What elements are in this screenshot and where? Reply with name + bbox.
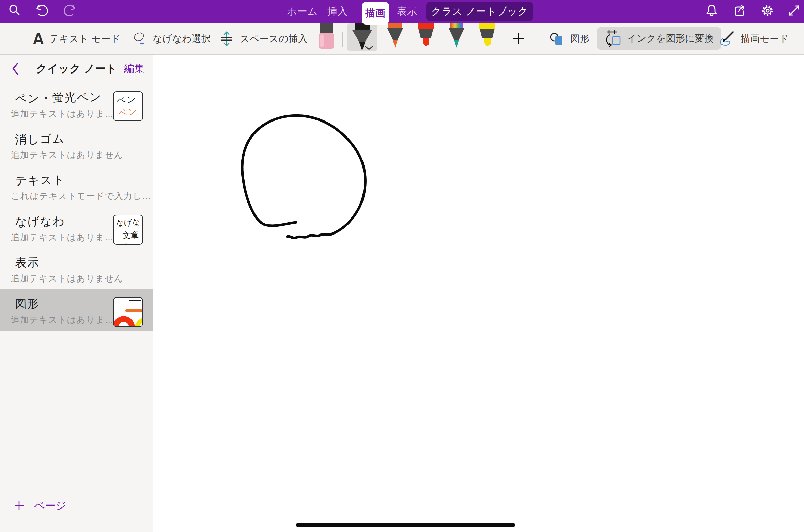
thumbnail-ink-text: ペン: [117, 105, 139, 119]
orange-pen-tool[interactable]: [384, 23, 406, 49]
insert-space-button[interactable]: スペースの挿入: [219, 23, 308, 54]
page-thumbnail: [113, 297, 143, 327]
shapes-label: 図形: [570, 32, 589, 45]
plus-icon: [511, 31, 526, 46]
chevron-down-icon: [365, 46, 373, 50]
search-button[interactable]: [7, 3, 21, 18]
page-title: 消しゴム: [15, 131, 65, 147]
edit-button[interactable]: 編集: [124, 54, 144, 83]
draw-toolbar: A テキスト モード なげなわ選択 スペースの挿入: [0, 23, 804, 55]
shapes-icon: [549, 31, 565, 47]
top-app-bar: ホーム 挿入 描画 表示 クラス ノートブック: [0, 0, 804, 23]
page-title: ペン・蛍光ペン: [15, 89, 102, 107]
page-list-item[interactable]: なげなわ 追加テキストはありま… なげな 文章を: [0, 206, 153, 247]
ink-to-shape-button[interactable]: インクを図形に変換: [597, 27, 721, 50]
undo-button[interactable]: [35, 3, 49, 18]
add-page-button[interactable]: ページ: [0, 489, 153, 522]
page-subtitle: 追加テキストはありません: [11, 149, 123, 161]
ink-to-shape-icon: [604, 30, 622, 47]
orange-pen-icon: [384, 23, 406, 48]
tab-insert[interactable]: 挿入: [323, 0, 352, 23]
redo-icon: [63, 3, 77, 18]
page-subtitle: 追加テキストはありま…: [11, 231, 114, 243]
lasso-icon: [132, 31, 147, 47]
draw-mode-icon: [717, 30, 735, 48]
pen-tray-divider: [342, 32, 343, 47]
insert-space-label: スペースの挿入: [240, 32, 308, 45]
search-icon: [7, 4, 21, 17]
add-pen-button[interactable]: [511, 31, 526, 46]
thumbnail-shapes-preview: [114, 298, 142, 326]
page-list-sidebar: クイック ノート 編集 ペン・蛍光ペン 追加テキストはありま… ペン ペン 消し…: [0, 54, 153, 532]
drawing-canvas[interactable]: [153, 54, 804, 532]
undo-icon: [35, 3, 49, 18]
lasso-select-button[interactable]: なげなわ選択: [132, 23, 211, 54]
gear-icon: [761, 4, 774, 17]
lasso-select-label: なげなわ選択: [153, 32, 211, 45]
plus-icon: [14, 500, 25, 511]
notifications-button[interactable]: [705, 3, 719, 18]
page-subtitle: これはテキストモードで入力し…: [11, 190, 151, 202]
page-title: 表示: [15, 255, 40, 271]
page-list-item[interactable]: 消しゴム 追加テキストはありません: [0, 124, 153, 165]
text-mode-icon: A: [33, 30, 44, 48]
text-mode-button[interactable]: A テキスト モード: [33, 23, 120, 54]
settings-button[interactable]: [760, 3, 775, 18]
tab-view[interactable]: 表示: [393, 0, 421, 23]
page-title: テキスト: [15, 172, 65, 189]
thumbnail-ink-text: なげな: [115, 217, 140, 229]
red-highlighter-tool[interactable]: [415, 23, 437, 49]
ink-stroke-circle: [153, 54, 804, 532]
rainbow-pen-icon: [446, 23, 467, 48]
yellow-highlighter-tool[interactable]: [476, 23, 498, 49]
share-button[interactable]: [732, 3, 747, 18]
expand-icon: [787, 4, 801, 17]
full-screen-button[interactable]: [787, 3, 801, 18]
red-highlighter-icon: [415, 23, 437, 48]
tab-home[interactable]: ホーム: [283, 0, 322, 23]
sidebar-header: クイック ノート 編集: [0, 54, 153, 83]
draw-mode-label: 描画モード: [741, 32, 789, 45]
page-thumbnail: ペン ペン: [113, 91, 143, 121]
home-indicator[interactable]: [296, 523, 515, 527]
page-subtitle: 追加テキストはありま…: [11, 314, 114, 326]
tab-draw[interactable]: 描画: [362, 2, 389, 25]
eraser-tool[interactable]: [316, 23, 337, 51]
toolbar-divider: [306, 30, 306, 47]
ink-to-shape-label: インクを図形に変換: [627, 32, 714, 45]
page-subtitle: 追加テキストはありません: [11, 273, 123, 285]
rainbow-pen-tool[interactable]: [446, 23, 467, 49]
tab-insert-label: 挿入: [327, 5, 348, 18]
page-title: なげなわ: [15, 213, 65, 230]
page-title: 図形: [15, 296, 40, 312]
page-list-item[interactable]: 表示 追加テキストはありません: [0, 247, 153, 289]
page-list-item-selected[interactable]: 図形 追加テキストはありま…: [0, 289, 153, 331]
bell-icon: [705, 4, 718, 17]
shapes-button[interactable]: 図形: [549, 23, 589, 54]
page-list-item[interactable]: ペン・蛍光ペン 追加テキストはありま… ペン ペン: [0, 83, 153, 124]
text-mode-label: テキスト モード: [49, 32, 120, 45]
tab-view-label: 表示: [397, 5, 417, 18]
page-thumbnail: なげな 文章を: [113, 215, 143, 245]
tab-class-notebook[interactable]: クラス ノートブック: [426, 2, 533, 21]
thumbnail-ink-text: 文章を: [122, 229, 143, 245]
draw-mode-button[interactable]: 描画モード: [717, 23, 789, 54]
thumbnail-ink-text: ペン: [116, 93, 137, 107]
toolbar-divider: [538, 30, 538, 47]
black-pen-tool-selected[interactable]: [347, 23, 377, 51]
page-list-item[interactable]: テキスト これはテキストモードで入力し…: [0, 165, 153, 206]
share-icon: [733, 4, 746, 17]
tab-class-notebook-label: クラス ノートブック: [431, 5, 528, 18]
add-page-label: ページ: [34, 499, 66, 513]
tab-home-label: ホーム: [287, 5, 318, 18]
insert-space-icon: [219, 31, 234, 47]
page-subtitle: 追加テキストはありま…: [11, 108, 114, 120]
tab-draw-label: 描画: [365, 6, 386, 20]
yellow-highlighter-icon: [476, 23, 498, 48]
redo-button[interactable]: [63, 3, 77, 18]
eraser-icon: [316, 23, 337, 49]
